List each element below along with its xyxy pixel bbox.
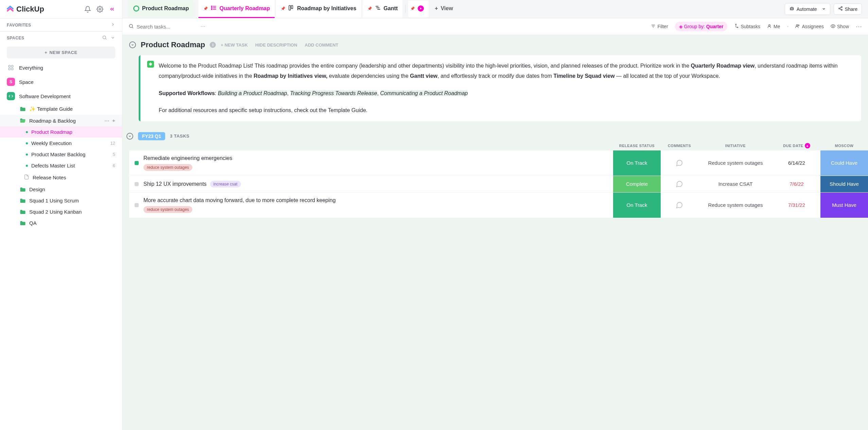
task-tag[interactable]: reduce system outages [143,206,192,213]
col-initiative-header[interactable]: INITIATIVE [698,144,773,148]
due-date-cell[interactable]: 6/14/22 [773,150,820,176]
tree-qa[interactable]: QA [0,217,122,229]
pin-icon: 📌 [281,6,285,11]
plus-icon: + [45,50,47,55]
info-icon[interactable]: i [210,42,216,48]
moscow-cell[interactable]: Could Have [820,150,868,176]
nav-everything[interactable]: Everything [0,60,122,75]
release-status-cell[interactable]: On Track [613,150,661,176]
svg-line-24 [840,7,841,8]
tab-space-label: Product Roadmap [142,5,189,12]
hide-description-button[interactable]: HIDE DESCRIPTION [255,42,297,48]
due-date-cell[interactable]: 7/31/22 [773,193,820,218]
new-space-button[interactable]: + NEW SPACE [7,47,115,58]
tree-squad1[interactable]: Squad 1 Using Scrum [0,195,122,206]
clickup-logo-icon [6,5,14,13]
task-status-checkbox[interactable] [135,161,139,165]
comments-cell[interactable] [661,150,698,176]
robot-icon [789,6,795,12]
tree-squad2[interactable]: Squad 2 Using Kanban [0,206,122,217]
task-name[interactable]: More accurate chart data moving forward,… [143,197,336,203]
subtasks-button[interactable]: Subtasks [734,24,760,30]
task-tag[interactable]: reduce system outages [143,164,192,171]
assignees-button[interactable]: Assignees [795,24,824,30]
task-row[interactable]: Remediate engineering emergenciesreduce … [129,150,868,176]
col-due-header[interactable]: DUE DATE ▲ [773,143,820,148]
tab-quarterly-roadmap[interactable]: 📌 Quarterly Roadmap [198,0,275,18]
more-icon[interactable]: ⋯ [104,118,109,124]
tab-space[interactable]: Product Roadmap [128,1,194,17]
leaf-product-roadmap[interactable]: Product Roadmap [0,126,122,138]
svg-point-35 [832,25,834,27]
initiative-cell[interactable]: Reduce system outages [698,150,773,176]
due-date-cell[interactable]: 7/6/22 [773,176,820,192]
collapse-sidebar-icon[interactable] [108,5,116,13]
tree-template-guide[interactable]: ✨ Template Guide [0,103,122,115]
settings-gear-icon[interactable] [96,5,104,13]
leaf-weekly-execution[interactable]: Weekly Execution 12 [0,138,122,149]
notifications-icon[interactable] [84,5,91,13]
share-label: Share [845,6,857,12]
group-pill[interactable]: FY23 Q1 [138,132,165,140]
svg-rect-2 [8,65,10,67]
tab-divider [405,5,405,13]
comments-cell[interactable] [661,193,698,218]
tab-gantt[interactable]: 📌 Gantt [363,0,403,18]
spaces-header[interactable]: SPACES [0,32,122,44]
col-status-header[interactable]: RELEASE STATUS [613,144,661,148]
search-box[interactable]: ⋯ [128,23,205,30]
chevron-down-icon[interactable] [110,35,115,41]
comments-cell[interactable] [661,176,698,192]
tree-squad2-label: Squad 2 Using Kanban [29,209,82,215]
col-moscow-header[interactable]: MOSCOW [820,144,868,148]
moscow-cell[interactable]: Must Have [820,193,868,218]
release-status-cell[interactable]: Complete [613,176,661,192]
share-button[interactable]: Share [834,3,862,15]
task-tag[interactable]: increase csat [210,181,241,187]
collapse-group-icon[interactable] [126,133,133,140]
tab-next-indicator[interactable]: 📌 [408,1,429,17]
show-button[interactable]: Show [831,24,849,30]
tab-quarterly-label: Quarterly Roadmap [220,5,270,12]
me-button[interactable]: Me [767,24,780,30]
add-icon[interactable]: + [112,118,115,124]
me-label: Me [774,24,780,29]
release-status-cell[interactable]: On Track [613,193,661,218]
leaf-product-master-backlog[interactable]: Product Master Backlog 5 [0,149,122,160]
sort-asc-icon[interactable]: ▲ [805,143,810,148]
nav-space[interactable]: S Space [0,75,122,89]
group-by-label: Group by: [684,24,705,29]
search-spaces-icon[interactable] [102,35,107,41]
task-status-checkbox[interactable] [135,182,139,186]
tree-roadmap-backlog[interactable]: Roadmap & Backlog ⋯ + [0,115,122,126]
tab-roadmap-initiatives[interactable]: 📌 Roadmap by Initiatives [276,0,361,18]
initiative-cell[interactable]: Increase CSAT [698,176,773,192]
task-count: 3 TASKS [170,133,189,139]
nav-software-dev[interactable]: Software Development [0,89,122,103]
logo[interactable]: ClickUp [6,5,44,14]
tree-design[interactable]: Design [0,184,122,195]
task-name[interactable]: Ship 12 UX improvements [143,181,207,187]
leaf-release-notes[interactable]: Release Notes [0,171,122,184]
toolbar-more-icon[interactable]: ⋯ [856,23,862,30]
favorites-header[interactable]: FAVORITES [0,19,122,31]
automate-button[interactable]: Automate [785,3,830,15]
task-name[interactable]: Remediate engineering emergencies [143,155,232,161]
task-status-checkbox[interactable] [135,203,139,207]
leaf-defects-master-list[interactable]: Defects Master List 6 [0,160,122,171]
group-by-button[interactable]: ◈ Group by: Quarter [675,22,728,31]
task-row[interactable]: More accurate chart data moving forward,… [129,193,868,218]
filter-icon [651,24,656,30]
search-more-icon[interactable]: ⋯ [201,24,205,29]
search-input[interactable] [137,24,198,30]
task-row[interactable]: Ship 12 UX improvementsincrease csatComp… [129,176,868,193]
initiative-cell[interactable]: Reduce system outages [698,193,773,218]
col-comments-header[interactable]: COMMENTS [661,144,698,148]
add-view-button[interactable]: + View [430,1,458,17]
filter-button[interactable]: Filter [651,24,668,30]
add-comment-button[interactable]: ADD COMMENT [305,42,338,48]
svg-rect-4 [8,68,10,70]
moscow-cell[interactable]: Should Have [820,176,868,192]
new-task-button[interactable]: + NEW TASK [221,42,248,48]
collapse-list-icon[interactable] [129,41,136,48]
